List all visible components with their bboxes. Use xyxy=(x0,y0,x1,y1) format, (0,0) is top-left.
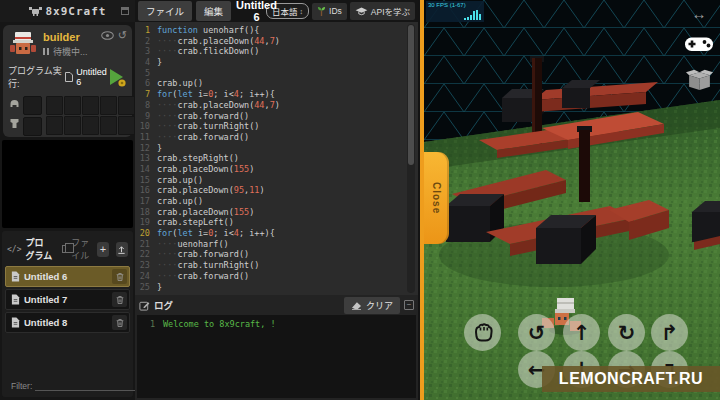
program-name: Untitled 8 xyxy=(24,317,112,328)
log-clear-button[interactable]: クリア xyxy=(344,297,400,314)
inventory xyxy=(8,96,127,136)
rotate-right-button[interactable]: ↻ xyxy=(608,314,645,351)
code-line[interactable]: 6crab.up() xyxy=(135,78,418,89)
code-line[interactable]: 16crab.placeDown(95,11) xyxy=(135,185,418,196)
code-line[interactable]: 22····crab.forward() xyxy=(135,249,418,260)
files-icon xyxy=(62,245,67,253)
turn-up-button[interactable]: ↱ xyxy=(651,314,688,351)
resize-horizontal-icon[interactable]: ↔ xyxy=(692,8,707,20)
editor-column: ファイル 編集 Untitled 6 日本語 ↕ IDs APIを学ぶ 1fun… xyxy=(135,0,418,400)
run-program-button[interactable] xyxy=(108,68,127,87)
code-line[interactable]: 4} xyxy=(135,57,418,68)
code-line[interactable]: 19crab.stepLeft() xyxy=(135,217,418,228)
grab-hand-button[interactable] xyxy=(464,314,501,351)
code-line[interactable]: 17crab.up() xyxy=(135,196,418,207)
code-line[interactable]: 2····crab.placeDown(44,7) xyxy=(135,36,418,47)
ids-button[interactable]: IDs xyxy=(312,3,347,20)
code-line[interactable]: 12} xyxy=(135,143,418,154)
close-panel-tab[interactable]: Close xyxy=(424,152,449,244)
fps-overlay: 30 FPS (1-67) xyxy=(426,1,484,22)
inventory-slot[interactable] xyxy=(100,116,117,135)
inventory-slot[interactable] xyxy=(82,116,99,135)
code-text: for(let i=0; i<4; i++){ xyxy=(157,89,275,100)
box-icon[interactable] xyxy=(686,68,713,91)
code-line[interactable]: 15crab.up() xyxy=(135,175,418,186)
code-line[interactable]: 20for(let i=0; i<4; i++){ xyxy=(135,228,418,239)
collapse-log-icon[interactable]: − xyxy=(404,300,414,310)
code-text: } xyxy=(157,143,162,154)
inventory-slot[interactable] xyxy=(100,96,117,115)
line-number: 22 xyxy=(135,249,157,260)
inventory-slot[interactable] xyxy=(118,96,135,115)
line-number: 12 xyxy=(135,143,157,154)
code-line[interactable]: 25} xyxy=(135,282,418,293)
language-select[interactable]: 日本語 ↕ xyxy=(266,3,309,19)
code-line[interactable]: 13crab.stepRight() xyxy=(135,153,418,164)
armor-slot[interactable] xyxy=(23,96,42,115)
inventory-slot[interactable] xyxy=(46,116,63,135)
inventory-slot[interactable] xyxy=(64,96,81,115)
code-line[interactable]: 7for(let i=0; i<4; i++){ xyxy=(135,89,418,100)
code-line[interactable]: 1function uenoharf(){ xyxy=(135,25,418,36)
code-text: crab.up() xyxy=(157,196,203,207)
code-line[interactable]: 10····crab.turnRight() xyxy=(135,121,418,132)
code-line[interactable]: 23····crab.turnRight() xyxy=(135,260,418,271)
edit-menu-button[interactable]: 編集 xyxy=(196,1,231,21)
code-line[interactable]: 18crab.placeDown(155) xyxy=(135,207,418,218)
map-preview xyxy=(2,140,133,228)
game-viewport[interactable]: 30 FPS (1-67) ↔ Close ↺↑↻↱←↓→↴ LEMONCRAF… xyxy=(424,0,720,400)
editor-scrollbar[interactable] xyxy=(407,24,415,293)
code-line[interactable]: 9····crab.forward() xyxy=(135,111,418,122)
move-up-button[interactable]: ↑ xyxy=(563,314,600,351)
program-list-item[interactable]: Untitled 8 xyxy=(5,312,130,333)
armor-slot[interactable] xyxy=(23,117,42,136)
inventory-slot[interactable] xyxy=(82,96,99,115)
refresh-icon[interactable]: ↺ xyxy=(118,31,127,40)
inventory-slot[interactable] xyxy=(118,116,135,135)
upload-program-button[interactable] xyxy=(116,242,128,257)
code-text: for(let i=0; i<4; i++){ xyxy=(157,228,275,239)
rotate-left-button[interactable]: ↺ xyxy=(518,314,555,351)
code-text: } xyxy=(157,57,162,68)
delete-program-button[interactable] xyxy=(112,292,127,307)
code-text: } xyxy=(157,282,162,293)
program-list: Untitled 6Untitled 7Untitled 8 xyxy=(5,266,130,333)
code-editor[interactable]: 1function uenoharf(){2····crab.placeDown… xyxy=(135,22,418,295)
gamepad-icon[interactable] xyxy=(684,34,714,54)
line-number: 17 xyxy=(135,196,157,207)
add-program-button[interactable]: + xyxy=(97,242,109,257)
code-text: ····crab.flickDown() xyxy=(157,46,259,57)
log-line: 1Welcome to 8x9craft, ! xyxy=(137,319,416,330)
code-line[interactable]: 24····crab.forward() xyxy=(135,271,418,282)
learn-api-button[interactable]: APIを学ぶ xyxy=(350,2,415,20)
inventory-slot[interactable] xyxy=(46,96,63,115)
code-line[interactable]: 5 xyxy=(135,68,418,79)
program-list-item[interactable]: Untitled 7 xyxy=(5,289,130,310)
trash-icon xyxy=(115,318,125,328)
code-line[interactable]: 3····crab.flickDown() xyxy=(135,46,418,57)
file-menu-button[interactable]: ファイル xyxy=(138,1,192,21)
delete-program-button[interactable] xyxy=(112,269,127,284)
code-text: crab.stepRight() xyxy=(157,153,239,164)
filter-input[interactable] xyxy=(35,381,146,391)
code-text: ····crab.turnRight() xyxy=(157,260,259,271)
line-number: 25 xyxy=(135,282,157,293)
hand-icon xyxy=(472,323,494,343)
code-line[interactable]: 21····uenoharf() xyxy=(135,239,418,250)
delete-program-button[interactable] xyxy=(112,315,127,330)
tab-programs[interactable]: プログラム xyxy=(25,236,52,262)
program-list-item[interactable]: Untitled 6 xyxy=(5,266,130,287)
code-line[interactable]: 14crab.placeDown(155) xyxy=(135,164,418,175)
tab-files[interactable]: ファイル xyxy=(71,236,93,262)
document-icon xyxy=(65,72,73,82)
pause-icon xyxy=(43,48,49,55)
inventory-slot[interactable] xyxy=(64,116,81,135)
scrollbar-thumb[interactable] xyxy=(408,25,414,165)
code-line[interactable]: 8····crab.placeDown(44,7) xyxy=(135,100,418,111)
code-line[interactable]: 11····crab.forward() xyxy=(135,132,418,143)
builder-avatar xyxy=(8,31,38,59)
line-number: 19 xyxy=(135,217,157,228)
eye-icon[interactable] xyxy=(101,31,114,40)
window-icon[interactable] xyxy=(121,7,129,15)
line-number: 11 xyxy=(135,132,157,143)
